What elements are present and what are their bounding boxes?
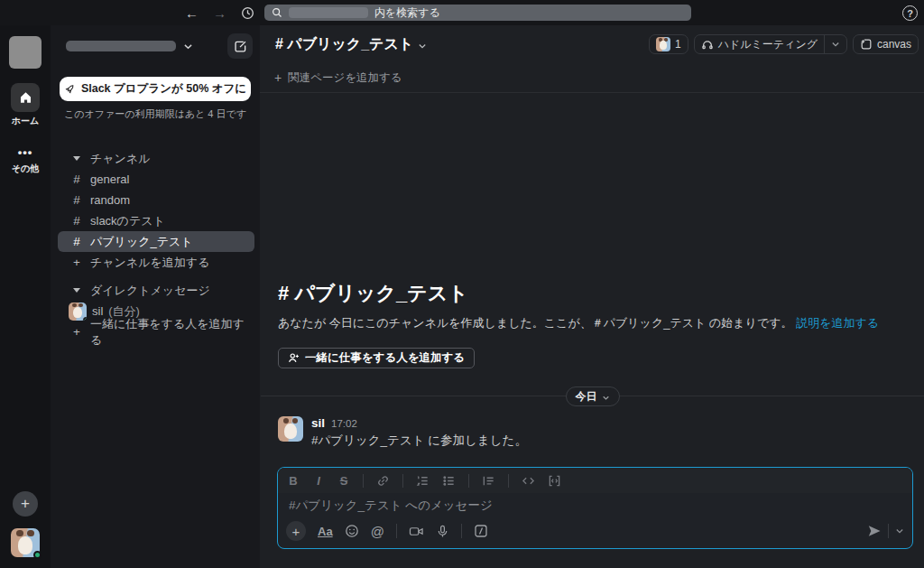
workspace-avatar[interactable] xyxy=(9,36,42,69)
sidebar: Slack プロプランが 50% オフに このオファーの利用期限はあと 4 日で… xyxy=(51,25,260,568)
channel-title-button[interactable]: # パブリック_テスト xyxy=(275,35,427,54)
hash-icon: # xyxy=(69,235,85,248)
pro-plan-offer-button[interactable]: Slack プロプランが 50% オフに xyxy=(60,77,251,101)
attach-plus-button[interactable]: + xyxy=(286,521,306,541)
top-bar: ← → 内を検索する ? xyxy=(0,0,924,25)
send-icon[interactable] xyxy=(867,524,882,538)
search-redacted-workspace-name xyxy=(289,7,368,18)
section-collapse-icon xyxy=(73,156,80,161)
sidebar-item-general[interactable]: # general xyxy=(58,169,254,190)
canvas-button[interactable]: canvas xyxy=(853,34,919,54)
hash-icon: # xyxy=(69,172,85,186)
plus-icon: + xyxy=(69,325,85,339)
intro-text: あなたが 今日にこのチャンネルを作成しました。ここが、＃パブリック_テスト の始… xyxy=(278,316,793,330)
message-author[interactable]: sil xyxy=(311,416,325,430)
canvas-icon xyxy=(860,38,873,51)
code-icon[interactable] xyxy=(522,474,535,488)
chevron-down-icon xyxy=(602,395,610,401)
add-description-link[interactable]: 説明を追加する xyxy=(796,316,879,330)
message-row: sil 17:02 #パブリック_テスト に参加しました。 xyxy=(278,416,906,449)
search-placeholder: 内を検索する xyxy=(374,5,440,21)
link-icon[interactable] xyxy=(376,474,390,488)
dm-section-header[interactable]: ダイレクトメッセージ xyxy=(58,280,254,301)
video-icon[interactable] xyxy=(409,525,424,538)
sidebar-item-public-test[interactable]: # パブリック_テスト xyxy=(58,231,254,252)
date-pill-button[interactable]: 今日 xyxy=(566,386,620,406)
channels-section-header[interactable]: チャンネル xyxy=(58,148,254,169)
blockquote-icon[interactable] xyxy=(482,474,495,488)
formatting-toggle-button[interactable]: Aa xyxy=(318,525,333,538)
dm-user-avatar xyxy=(69,303,87,321)
sidebar-item-random[interactable]: # random xyxy=(58,190,254,210)
channel-label: random xyxy=(90,193,130,207)
add-coworkers-label: 一緒に仕事をする人を追加する xyxy=(90,316,254,349)
italic-button[interactable]: I xyxy=(312,474,325,488)
forward-icon[interactable]: → xyxy=(213,5,226,21)
workspace-name-redacted[interactable] xyxy=(66,41,176,51)
search-icon xyxy=(272,7,282,18)
channel-label: general xyxy=(90,172,129,186)
back-icon[interactable]: ← xyxy=(185,5,199,21)
bold-button[interactable]: B xyxy=(287,474,300,488)
slash-commands-icon[interactable] xyxy=(474,524,488,538)
add-related-page-button[interactable]: 関連ページを追加する xyxy=(288,70,402,86)
date-label: 今日 xyxy=(576,389,597,405)
message-avatar[interactable] xyxy=(278,416,303,442)
message-text: #パブリック_テスト に参加しました。 xyxy=(311,433,527,449)
channel-tab-bar: + 関連ページを追加する xyxy=(260,63,924,93)
headphones-icon xyxy=(701,38,714,51)
composer-placeholder: #パブリック_テスト へのメッセージ xyxy=(289,498,493,514)
history-nav: ← → xyxy=(185,0,254,25)
emoji-icon[interactable] xyxy=(345,524,359,538)
presence-indicator xyxy=(83,317,87,321)
dm-section-label: ダイレクトメッセージ xyxy=(90,283,210,299)
add-channel-label: チャンネルを追加する xyxy=(90,255,209,271)
channel-view: # パブリック_テスト 1 xyxy=(260,25,924,568)
more-icon[interactable]: ••• xyxy=(18,144,33,160)
code-block-icon[interactable] xyxy=(548,474,561,488)
strikethrough-button[interactable]: S xyxy=(337,474,350,488)
channel-intro-body: あなたが 今日にこのチャンネルを作成しました。ここが、＃パブリック_テスト の始… xyxy=(278,315,906,331)
person-add-icon xyxy=(288,352,300,364)
more-label: その他 xyxy=(12,163,39,175)
home-icon xyxy=(18,90,33,106)
hash-icon: # xyxy=(69,214,85,228)
sidebar-nav: チャンネル # general # random # slackのテスト # パ… xyxy=(51,148,260,342)
new-message-button[interactable] xyxy=(227,33,253,59)
plus-icon: + xyxy=(69,256,85,269)
sidebar-item-slack-test[interactable]: # slackのテスト xyxy=(58,210,254,231)
member-count-button[interactable]: 1 xyxy=(649,34,688,54)
message-timestamp[interactable]: 17:02 xyxy=(331,418,357,429)
pro-plan-offer-label: Slack プロプランが 50% オフに xyxy=(81,81,246,97)
mention-icon[interactable]: @ xyxy=(371,524,384,539)
huddle-button[interactable]: ハドルミーティング xyxy=(694,34,847,54)
history-clock-icon[interactable] xyxy=(241,6,254,20)
huddle-options-chevron[interactable] xyxy=(825,35,846,53)
channel-title: # パブリック_テスト xyxy=(275,35,413,54)
workspace-rail: ホーム ••• その他 + xyxy=(0,25,51,568)
add-people-button[interactable]: 一緒に仕事をする人を追加する xyxy=(278,348,475,368)
presence-indicator xyxy=(33,551,42,559)
offer-expiry-text: このオファーの利用期限はあと 4 日です xyxy=(60,107,251,121)
channel-header: # パブリック_テスト 1 xyxy=(260,25,924,63)
message-composer[interactable]: B I S xyxy=(277,467,913,549)
composer-action-bar: + Aa @ xyxy=(278,517,912,548)
member-avatar xyxy=(656,37,670,51)
add-channel-button[interactable]: + チャンネルを追加する xyxy=(58,252,254,273)
workspace-chevron-down-icon[interactable] xyxy=(183,42,193,51)
search-input[interactable]: 内を検索する xyxy=(264,5,691,21)
channel-intro-title: # パブリック_テスト xyxy=(278,280,906,307)
send-options-chevron[interactable] xyxy=(895,527,904,535)
bullet-list-icon[interactable] xyxy=(442,474,456,488)
home-button[interactable] xyxy=(11,83,40,112)
microphone-icon[interactable] xyxy=(436,525,449,538)
channel-label: slackのテスト xyxy=(90,213,165,229)
ordered-list-icon[interactable] xyxy=(416,474,430,488)
message-pane: # パブリック_テスト あなたが 今日にこのチャンネルを作成しました。ここが、＃… xyxy=(260,93,924,467)
message-input[interactable]: #パブリック_テスト へのメッセージ xyxy=(278,493,912,517)
create-new-button[interactable]: + xyxy=(13,491,38,517)
user-profile-button[interactable] xyxy=(11,528,40,557)
add-coworkers-button[interactable]: + 一緒に仕事をする人を追加する xyxy=(58,321,254,342)
help-icon[interactable]: ? xyxy=(902,5,918,21)
plus-icon: + xyxy=(274,70,282,85)
